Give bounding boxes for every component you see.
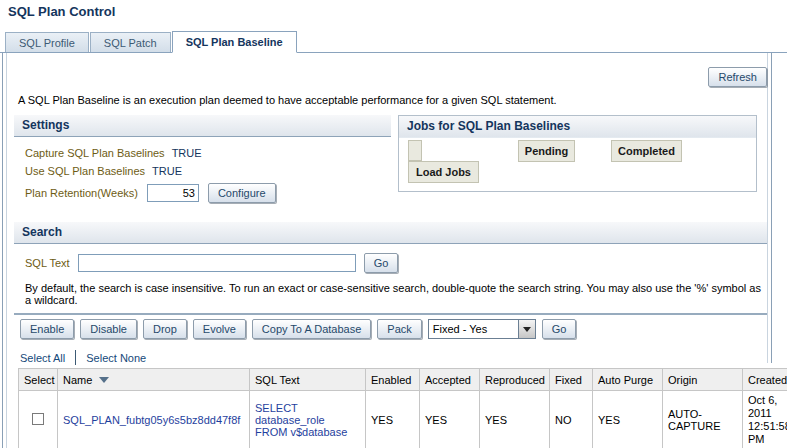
refresh-button[interactable]: Refresh bbox=[708, 67, 767, 87]
capture-baselines-label: Capture SQL Plan Baselines bbox=[25, 147, 165, 159]
actions-separator bbox=[14, 313, 767, 315]
table-row: SQL_PLAN_fubtg05y6s5bz8dd47f8f SELECT da… bbox=[19, 391, 787, 448]
settings-header: Settings bbox=[14, 115, 391, 137]
created-value: Oct 6, 2011 12:51:58 PM bbox=[743, 391, 787, 448]
capture-baselines-value: TRUE bbox=[172, 147, 202, 159]
link-divider bbox=[75, 350, 76, 365]
fixed-filter-value: Fixed - Yes bbox=[429, 320, 518, 338]
selection-links: Select All Select None bbox=[20, 350, 146, 365]
configure-button[interactable]: Configure bbox=[208, 183, 276, 203]
row-checkbox[interactable] bbox=[32, 413, 44, 425]
tab-sql-patch[interactable]: SQL Patch bbox=[90, 32, 171, 52]
select-all-link[interactable]: Select All bbox=[20, 352, 65, 364]
column-header-auto-purge[interactable]: Auto Purge bbox=[593, 369, 663, 391]
auto-purge-value: YES bbox=[593, 391, 663, 448]
sql-text-input[interactable] bbox=[78, 254, 356, 272]
column-header-sql-text[interactable]: SQL Text bbox=[250, 369, 366, 391]
search-header: Search bbox=[14, 222, 767, 244]
enabled-value: YES bbox=[366, 391, 420, 448]
chevron-down-icon bbox=[523, 327, 531, 332]
sql-text-link[interactable]: SELECT database_role FROM v$database bbox=[255, 402, 347, 438]
sort-descending-icon bbox=[99, 377, 109, 383]
jobs-row-load-jobs: Load Jobs bbox=[408, 161, 479, 183]
pack-button[interactable]: Pack bbox=[377, 319, 421, 339]
baselines-table: Select Name SQL Text Enabled Accepted Re… bbox=[18, 368, 787, 448]
sql-text-label: SQL Text bbox=[25, 257, 70, 269]
use-baselines-value: TRUE bbox=[152, 165, 182, 177]
fixed-filter-dropdown[interactable]: Fixed - Yes bbox=[428, 319, 536, 339]
baseline-name-link[interactable]: SQL_PLAN_fubtg05y6s5bz8dd47f8f bbox=[63, 414, 240, 426]
plan-retention-input[interactable] bbox=[147, 184, 199, 202]
column-header-select: Select bbox=[19, 369, 58, 391]
jobs-col-completed: Completed bbox=[611, 140, 682, 162]
enable-button[interactable]: Enable bbox=[20, 319, 74, 339]
search-section: Search SQL Text Go By default, the searc… bbox=[14, 222, 767, 306]
select-none-link[interactable]: Select None bbox=[86, 352, 146, 364]
tab-sql-plan-baseline[interactable]: SQL Plan Baseline bbox=[172, 31, 297, 53]
actions-go-button[interactable]: Go bbox=[542, 319, 577, 339]
page-title: SQL Plan Control bbox=[8, 4, 115, 19]
tab-content: Refresh A SQL Plan Baseline is an execut… bbox=[0, 53, 787, 448]
jobs-header: Jobs for SQL Plan Baselines bbox=[399, 116, 756, 138]
reproduced-value: YES bbox=[480, 391, 550, 448]
table-header-row: Select Name SQL Text Enabled Accepted Re… bbox=[19, 369, 787, 391]
column-header-accepted[interactable]: Accepted bbox=[420, 369, 480, 391]
column-header-created[interactable]: Created bbox=[743, 369, 787, 391]
tab-bar: SQL Profile SQL Patch SQL Plan Baseline bbox=[0, 29, 787, 53]
tab-sql-profile[interactable]: SQL Profile bbox=[5, 32, 89, 52]
fixed-value: NO bbox=[550, 391, 593, 448]
use-baselines-label: Use SQL Plan Baselines bbox=[25, 165, 145, 177]
settings-section: Settings Capture SQL Plan Baselines TRUE… bbox=[14, 115, 391, 203]
copy-to-database-button[interactable]: Copy To A Database bbox=[252, 319, 371, 339]
origin-value: AUTO-CAPTURE bbox=[663, 391, 743, 448]
disable-button[interactable]: Disable bbox=[80, 319, 137, 339]
jobs-corner-cell bbox=[408, 140, 422, 161]
column-header-fixed[interactable]: Fixed bbox=[550, 369, 593, 391]
drop-button[interactable]: Drop bbox=[143, 319, 187, 339]
search-hint: By default, the search is case insensiti… bbox=[14, 282, 767, 306]
column-header-enabled[interactable]: Enabled bbox=[366, 369, 420, 391]
accepted-value: YES bbox=[420, 391, 480, 448]
column-header-origin[interactable]: Origin bbox=[663, 369, 743, 391]
column-header-reproduced[interactable]: Reproduced bbox=[480, 369, 550, 391]
baseline-description: A SQL Plan Baseline is an execution plan… bbox=[18, 94, 557, 106]
column-header-name[interactable]: Name bbox=[58, 369, 250, 391]
column-header-name-label: Name bbox=[63, 374, 92, 386]
search-go-button[interactable]: Go bbox=[364, 253, 399, 273]
plan-retention-label: Plan Retention(Weeks) bbox=[25, 187, 138, 199]
evolve-button[interactable]: Evolve bbox=[193, 319, 246, 339]
actions-toolbar: Enable Disable Drop Evolve Copy To A Dat… bbox=[20, 319, 576, 339]
jobs-section: Jobs for SQL Plan Baselines Pending Comp… bbox=[398, 115, 757, 192]
dropdown-button[interactable] bbox=[518, 320, 535, 338]
jobs-col-pending: Pending bbox=[518, 140, 575, 162]
